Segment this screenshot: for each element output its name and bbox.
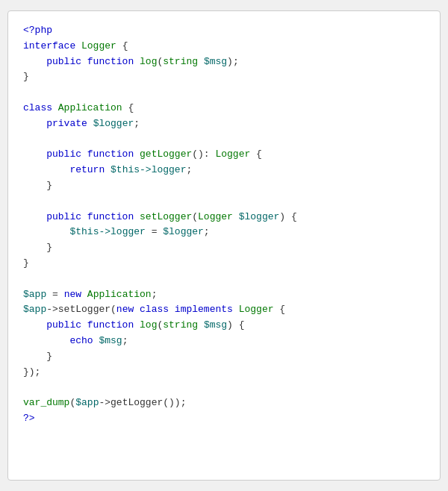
code-token: public function: [23, 319, 140, 331]
code-token: ;: [152, 289, 158, 300]
code-line: public function setLogger(Logger $logger…: [23, 210, 425, 225]
code-token: [23, 335, 69, 346]
code-token: getLogger: [140, 148, 192, 160]
code-token: Application: [58, 102, 122, 113]
code-line: $app = new Application;: [23, 287, 425, 303]
code-token: (: [192, 211, 198, 222]
code-line: }: [23, 240, 425, 256]
code-token: =: [46, 289, 63, 300]
code-block: <?phpinterface Logger { public function …: [23, 23, 425, 427]
code-line: }: [23, 178, 425, 194]
code-line: $this->logger = $logger;: [23, 225, 425, 240]
code-token: <?php: [23, 25, 52, 36]
code-token: {: [116, 40, 128, 51]
code-token: public function: [23, 56, 140, 67]
code-line: ?>: [23, 411, 425, 427]
code-line: private $logger;: [23, 116, 425, 132]
code-token: [233, 211, 239, 222]
code-line: [23, 194, 425, 210]
code-token: ) {: [227, 319, 244, 331]
code-token: $app: [23, 289, 46, 300]
code-line: class Application {: [23, 101, 425, 116]
code-container: <?phpinterface Logger { public function …: [7, 10, 441, 481]
code-token: ?>: [23, 413, 35, 424]
code-token: string: [163, 56, 198, 67]
code-line: }: [23, 256, 425, 272]
code-line: <?php: [23, 23, 425, 39]
code-token: class: [23, 102, 58, 113]
code-line: });: [23, 365, 425, 381]
code-line: public function log(string $msg);: [23, 54, 425, 70]
code-token: {: [273, 304, 285, 315]
code-line: [23, 272, 425, 287]
code-token: [23, 226, 69, 237]
code-line: interface Logger {: [23, 39, 425, 54]
code-line: [23, 85, 425, 101]
code-token: $msg: [204, 56, 227, 67]
code-token: Logger: [81, 40, 116, 51]
code-token: $msg: [204, 319, 227, 331]
code-token: =: [146, 226, 163, 237]
code-token: $logger: [163, 226, 204, 237]
code-token: ->setLogger(: [46, 304, 116, 315]
code-token: ;: [186, 164, 192, 175]
code-token: Logger: [198, 211, 233, 222]
code-token: {: [122, 102, 134, 113]
code-token: $app: [75, 397, 99, 408]
code-token: [198, 319, 204, 331]
code-token: public function: [23, 148, 140, 160]
code-token: }: [23, 351, 52, 362]
code-token: public function: [23, 211, 140, 222]
code-token: ;: [204, 226, 210, 237]
code-token: Application: [87, 289, 152, 300]
code-token: setLogger: [140, 211, 192, 222]
code-token: [198, 56, 204, 67]
code-token: ():: [192, 148, 215, 160]
code-token: interface: [23, 40, 81, 51]
code-line: return $this->logger;: [23, 163, 425, 178]
code-token: $logger: [239, 211, 280, 222]
code-token: ->getLogger());: [99, 397, 186, 408]
code-token: });: [23, 366, 40, 378]
code-token: $msg: [99, 335, 122, 346]
code-token: log: [140, 319, 157, 331]
code-token: $logger: [93, 118, 134, 129]
code-token: ;: [134, 118, 140, 129]
code-line: }: [23, 69, 425, 85]
code-token: $app: [23, 304, 46, 315]
code-token: return: [23, 164, 111, 175]
code-token: ) {: [279, 211, 296, 222]
code-line: [23, 380, 425, 395]
code-line: public function log(string $msg) {: [23, 318, 425, 334]
code-token: private: [23, 118, 93, 129]
code-token: {: [250, 148, 262, 160]
code-token: $this->logger: [69, 226, 145, 237]
code-token: new class implements: [116, 304, 239, 315]
code-line: public function getLogger(): Logger {: [23, 147, 425, 163]
code-line: $app->setLogger(new class implements Log…: [23, 302, 425, 318]
code-token: }: [23, 71, 29, 82]
code-line: [23, 132, 425, 148]
code-token: $this->logger: [111, 164, 186, 175]
code-token: Logger: [239, 304, 274, 315]
code-line: var_dump($app->getLogger());: [23, 395, 425, 411]
code-token: );: [227, 56, 239, 67]
code-token: ;: [122, 335, 128, 346]
code-token: string: [163, 319, 198, 331]
code-token: }: [23, 242, 52, 253]
code-line: echo $msg;: [23, 334, 425, 349]
code-token: echo: [69, 335, 99, 346]
code-token: Logger: [215, 148, 250, 160]
code-token: new: [64, 289, 87, 300]
code-token: var_dump: [23, 397, 69, 408]
code-token: }: [23, 257, 29, 269]
code-token: }: [23, 180, 52, 191]
code-line: }: [23, 349, 425, 365]
code-token: log: [140, 56, 157, 67]
